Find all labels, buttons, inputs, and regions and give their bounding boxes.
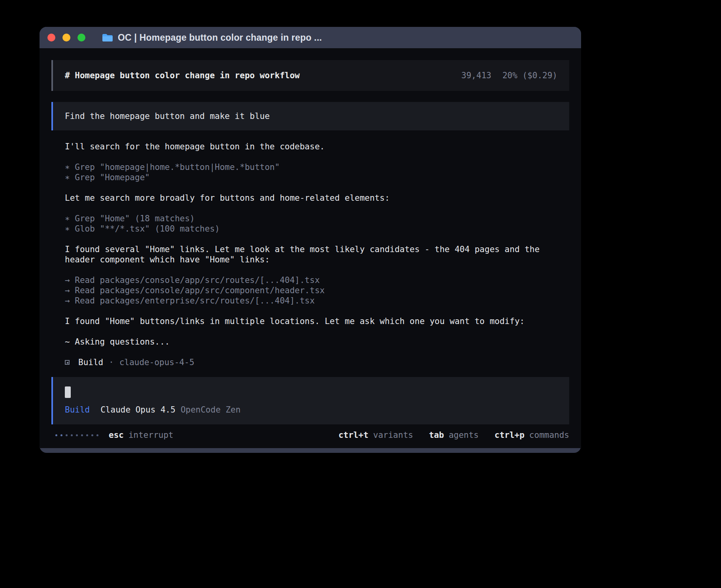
minimize-button[interactable] xyxy=(62,34,70,41)
assistant-transcript: I'll search for the homepage button in t… xyxy=(65,141,569,368)
folder-icon xyxy=(102,33,113,42)
agents-hint: tab agents xyxy=(429,430,479,440)
session-header: # Homepage button color change in repo w… xyxy=(51,60,569,91)
tool-call-line[interactable]: → Read packages/enterprise/src/routes/[.… xyxy=(65,296,569,306)
tool-call-line[interactable]: ∗ Grep "Home" (18 matches) xyxy=(65,213,569,224)
agent-separator: · xyxy=(109,357,114,368)
spinner-dots xyxy=(55,434,98,436)
interrupt-hint: esc interrupt xyxy=(109,430,174,440)
model-line: Build Claude Opus 4.5 OpenCode Zen xyxy=(65,405,557,415)
working-status: ~ Asking questions... xyxy=(65,337,569,347)
ctrl-p-key-label: ctrl+p xyxy=(495,430,525,440)
traffic-lights xyxy=(47,34,85,41)
ctrl-t-key-label: ctrl+t xyxy=(338,430,368,440)
zoom-button[interactable] xyxy=(77,34,85,41)
tool-call-line[interactable]: → Read packages/console/app/src/routes/[… xyxy=(65,275,569,285)
window-title: OC | Homepage button color change in rep… xyxy=(118,32,322,43)
token-count: 39,413 xyxy=(461,70,491,81)
status-bar: esc interrupt ctrl+t variants tab agents… xyxy=(51,430,569,440)
titlebar[interactable]: OC | Homepage button color change in rep… xyxy=(40,27,581,48)
shortcut-hints: ctrl+t variants tab agents ctrl+p comman… xyxy=(338,430,569,440)
esc-key-label: esc xyxy=(109,430,124,440)
assistant-text: I found several "Home" links. Let me loo… xyxy=(65,244,569,265)
commands-hint: ctrl+p commands xyxy=(495,430,569,440)
context-usage: 20% ($0.29) xyxy=(502,70,557,81)
text-cursor xyxy=(65,386,71,398)
assistant-text: I found "Home" buttons/links in multiple… xyxy=(65,316,569,326)
session-meta: 39,413 20% ($0.29) xyxy=(461,70,557,81)
agent-name: Build xyxy=(78,357,103,368)
tool-call-line[interactable]: ∗ Glob "**/*.tsx" (100 matches) xyxy=(65,224,569,234)
tab-key-label: tab xyxy=(429,430,444,440)
user-message-text: Find the homepage button and make it blu… xyxy=(65,111,270,121)
session-title: # Homepage button color change in repo w… xyxy=(65,70,300,81)
commands-label: commands xyxy=(529,430,569,440)
title-group: OC | Homepage button color change in rep… xyxy=(102,32,322,43)
variants-hint: ctrl+t variants xyxy=(338,430,413,440)
mode-label[interactable]: Build xyxy=(65,405,90,415)
terminal-window: OC | Homepage button color change in rep… xyxy=(40,27,581,453)
tool-call-line[interactable]: → Read packages/console/app/src/componen… xyxy=(65,285,569,296)
assistant-text: I'll search for the homepage button in t… xyxy=(65,141,569,152)
provider-label: OpenCode Zen xyxy=(181,405,241,415)
tool-call-line[interactable]: ∗ Grep "Homepage" xyxy=(65,172,569,183)
agent-square-icon xyxy=(65,360,70,365)
terminal-content: # Homepage button color change in repo w… xyxy=(40,48,581,448)
agent-status-line: Build · claude-opus-4-5 xyxy=(65,357,569,368)
model-label[interactable]: Claude Opus 4.5 xyxy=(100,405,176,415)
agents-label: agents xyxy=(449,430,479,440)
interrupt-label: interrupt xyxy=(128,430,174,440)
user-message: Find the homepage button and make it blu… xyxy=(51,102,569,130)
close-button[interactable] xyxy=(47,34,55,41)
prompt-input[interactable]: Build Claude Opus 4.5 OpenCode Zen xyxy=(51,377,569,424)
variants-label: variants xyxy=(373,430,413,440)
assistant-text: Let me search more broadly for buttons a… xyxy=(65,193,569,203)
agent-model: claude-opus-4-5 xyxy=(119,357,194,368)
tool-call-line[interactable]: ∗ Grep "homepage|home.*button|Home.*butt… xyxy=(65,162,569,172)
